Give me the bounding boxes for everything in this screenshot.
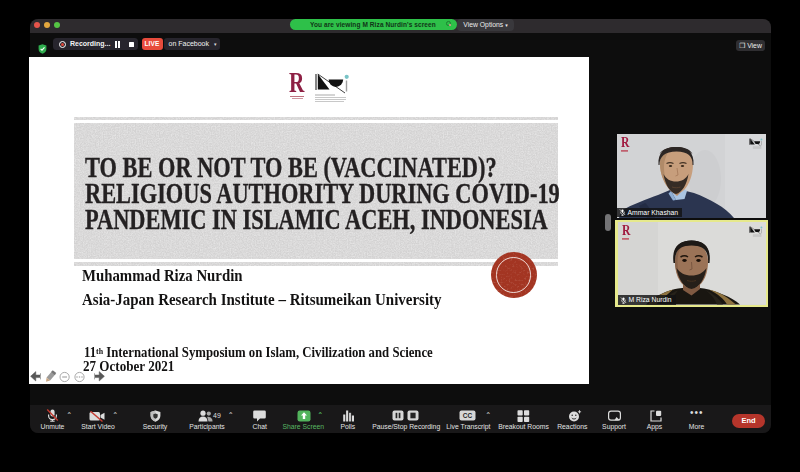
svg-text:CC: CC — [463, 412, 473, 419]
